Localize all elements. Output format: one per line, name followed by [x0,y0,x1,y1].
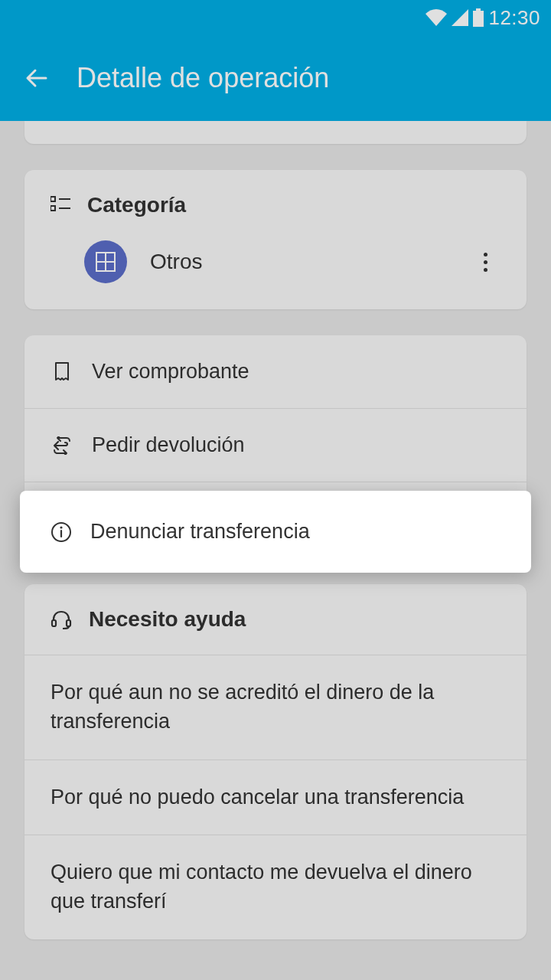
page-title: Detalle de operación [77,62,329,94]
svg-rect-10 [67,620,70,626]
view-receipt-row[interactable]: Ver comprobante [24,335,527,408]
status-bar: 12:30 [0,0,551,35]
status-time: 12:30 [488,6,540,30]
request-refund-row[interactable]: Pedir devolución [24,408,527,482]
help-item-want-refund[interactable]: Quiero que mi contacto me devuelva el di… [24,835,527,939]
more-options-button[interactable] [470,253,500,272]
request-refund-label: Pedir devolución [92,433,245,457]
app-bar: Detalle de operación [0,35,551,121]
svg-rect-1 [476,8,481,11]
arrow-left-icon [21,63,52,93]
svg-rect-0 [473,11,484,27]
svg-rect-3 [51,206,55,211]
report-transfer-label: Denunciar transferencia [90,520,310,544]
wifi-icon [425,9,447,26]
return-arrow-icon [51,436,73,455]
category-list-icon [51,195,70,215]
receipt-icon [51,361,73,383]
help-card: Necesito ayuda Por qué aun no se acredit… [24,584,527,939]
svg-rect-9 [52,620,56,626]
category-header: Categoría [24,170,527,240]
category-card: Categoría Otros [24,170,527,309]
headset-icon [51,609,72,630]
category-value: Otros [150,250,202,274]
category-heading: Categoría [87,193,186,217]
battery-icon [473,8,484,27]
cell-signal-icon [452,9,468,26]
svg-rect-2 [51,197,55,201]
svg-point-12 [60,526,62,528]
report-transfer-highlight[interactable]: Denunciar transferencia [20,491,531,573]
help-item-cant-cancel[interactable]: Por qué no puedo cancelar una transferen… [24,760,527,835]
help-item-not-credited[interactable]: Por qué aun no se acreditó el dinero de … [24,655,527,760]
category-row[interactable]: Otros [24,240,527,309]
help-header: Necesito ayuda [24,584,527,655]
previous-card-fragment [24,121,527,144]
info-icon [51,521,72,543]
help-heading: Necesito ayuda [89,607,246,632]
grid-icon [84,240,127,283]
back-button[interactable] [18,60,55,96]
view-receipt-label: Ver comprobante [92,360,249,384]
